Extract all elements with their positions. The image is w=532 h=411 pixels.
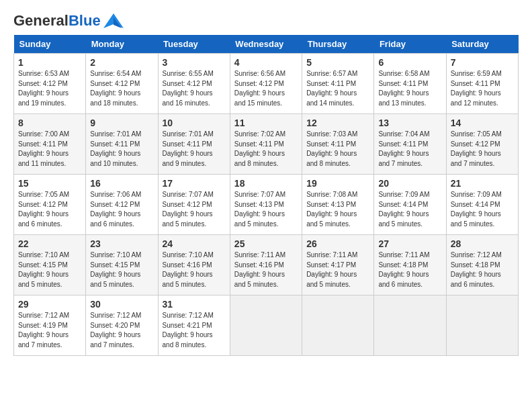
day-number: 12: [306, 118, 369, 128]
cell-daylight: Daylight: 9 hours and 5 minutes.: [163, 271, 213, 288]
cell-sunrise: Sunrise: 7:07 AM: [234, 191, 285, 198]
day-number: 19: [306, 178, 369, 189]
calendar-cell: 31 Sunrise: 7:12 AM Sunset: 4:21 PM Dayl…: [158, 295, 230, 356]
cell-daylight: Daylight: 9 hours and 10 minutes.: [90, 150, 140, 167]
day-number: 29: [18, 299, 81, 310]
day-number: 9: [90, 118, 153, 128]
day-number: 3: [163, 57, 226, 68]
cell-daylight: Daylight: 9 hours and 5 minutes.: [306, 210, 357, 228]
cell-sunset: Sunset: 4:11 PM: [90, 140, 140, 148]
logo: GeneralBlue: [13, 13, 124, 28]
calendar-cell: 21 Sunrise: 7:09 AM Sunset: 4:14 PM Dayl…: [446, 175, 518, 235]
page-header: GeneralBlue: [13, 13, 519, 28]
calendar-cell: 1 Sunrise: 6:53 AM Sunset: 4:12 PM Dayli…: [14, 54, 86, 114]
cell-sunrise: Sunrise: 7:11 AM: [234, 251, 285, 259]
cell-sunrise: Sunrise: 7:12 AM: [163, 312, 214, 319]
day-number: 28: [451, 238, 514, 249]
cell-sunset: Sunset: 4:21 PM: [163, 322, 212, 329]
cell-sunset: Sunset: 4:12 PM: [234, 80, 284, 87]
calendar-table: Sunday Monday Tuesday Wednesday Thursday…: [13, 35, 519, 356]
day-number: 15: [18, 178, 81, 189]
cell-sunrise: Sunrise: 7:04 AM: [378, 130, 429, 138]
cell-sunrise: Sunrise: 7:08 AM: [306, 191, 357, 198]
cell-sunrise: Sunrise: 7:12 AM: [451, 251, 502, 259]
cell-sunset: Sunset: 4:12 PM: [18, 201, 68, 208]
calendar-cell: 23 Sunrise: 7:10 AM Sunset: 4:15 PM Dayl…: [86, 235, 158, 295]
day-number: 31: [163, 299, 226, 310]
cell-sunset: Sunset: 4:17 PM: [306, 261, 356, 269]
cell-sunrise: Sunrise: 6:55 AM: [163, 70, 214, 77]
calendar-week-row: 8 Sunrise: 7:00 AM Sunset: 4:11 PM Dayli…: [14, 114, 519, 175]
calendar-cell: 24 Sunrise: 7:10 AM Sunset: 4:16 PM Dayl…: [158, 235, 230, 295]
cell-sunset: Sunset: 4:14 PM: [451, 201, 500, 208]
calendar-cell: 22 Sunrise: 7:10 AM Sunset: 4:15 PM Dayl…: [14, 235, 86, 295]
cell-sunset: Sunset: 4:12 PM: [451, 140, 500, 148]
cell-sunrise: Sunrise: 7:05 AM: [18, 191, 69, 198]
cell-sunset: Sunset: 4:12 PM: [90, 201, 140, 208]
cell-daylight: Daylight: 9 hours and 7 minutes.: [378, 150, 429, 167]
calendar-week-row: 22 Sunrise: 7:10 AM Sunset: 4:15 PM Dayl…: [14, 235, 519, 295]
cell-sunset: Sunset: 4:11 PM: [163, 140, 212, 148]
calendar-cell: 15 Sunrise: 7:05 AM Sunset: 4:12 PM Dayl…: [14, 175, 86, 235]
calendar-cell: 4 Sunrise: 6:56 AM Sunset: 4:12 PM Dayli…: [230, 54, 302, 114]
calendar-cell: 29 Sunrise: 7:12 AM Sunset: 4:19 PM Dayl…: [14, 295, 86, 356]
header-sunday: Sunday: [14, 35, 86, 54]
cell-daylight: Daylight: 9 hours and 19 minutes.: [18, 89, 69, 107]
day-number: 2: [90, 57, 153, 68]
cell-sunset: Sunset: 4:12 PM: [163, 201, 212, 208]
day-number: 16: [90, 178, 153, 189]
cell-daylight: Daylight: 9 hours and 5 minutes.: [306, 271, 357, 288]
cell-daylight: Daylight: 9 hours and 5 minutes.: [163, 210, 213, 228]
cell-sunrise: Sunrise: 6:53 AM: [18, 70, 69, 77]
calendar-cell: 5 Sunrise: 6:57 AM Sunset: 4:11 PM Dayli…: [302, 54, 374, 114]
cell-sunset: Sunset: 4:11 PM: [378, 140, 428, 148]
cell-sunrise: Sunrise: 7:07 AM: [163, 191, 214, 198]
day-number: 24: [163, 238, 226, 249]
cell-daylight: Daylight: 9 hours and 13 minutes.: [378, 89, 429, 107]
cell-daylight: Daylight: 9 hours and 6 minutes.: [451, 271, 501, 288]
cell-sunrise: Sunrise: 7:05 AM: [451, 130, 502, 138]
cell-sunset: Sunset: 4:11 PM: [378, 80, 428, 87]
cell-sunset: Sunset: 4:14 PM: [378, 201, 428, 208]
calendar-cell: 8 Sunrise: 7:00 AM Sunset: 4:11 PM Dayli…: [14, 114, 86, 175]
header-wednesday: Wednesday: [230, 35, 302, 54]
cell-sunrise: Sunrise: 6:58 AM: [378, 70, 429, 77]
cell-sunset: Sunset: 4:18 PM: [378, 261, 428, 269]
cell-sunrise: Sunrise: 6:54 AM: [90, 70, 141, 77]
calendar-cell: [230, 295, 302, 356]
cell-sunrise: Sunrise: 7:10 AM: [18, 251, 69, 259]
cell-sunset: Sunset: 4:11 PM: [234, 140, 284, 148]
cell-daylight: Daylight: 9 hours and 5 minutes.: [378, 210, 429, 228]
day-number: 5: [306, 57, 369, 68]
cell-daylight: Daylight: 9 hours and 8 minutes.: [163, 331, 213, 349]
calendar-header-row: Sunday Monday Tuesday Wednesday Thursday…: [14, 35, 519, 54]
cell-sunset: Sunset: 4:12 PM: [163, 80, 212, 87]
cell-sunrise: Sunrise: 7:06 AM: [90, 191, 141, 198]
header-tuesday: Tuesday: [158, 35, 230, 54]
logo-general: General: [13, 12, 69, 29]
day-number: 7: [451, 57, 514, 68]
calendar-cell: 25 Sunrise: 7:11 AM Sunset: 4:16 PM Dayl…: [230, 235, 302, 295]
cell-daylight: Daylight: 9 hours and 7 minutes.: [90, 331, 140, 349]
cell-sunset: Sunset: 4:16 PM: [163, 261, 212, 269]
calendar-week-row: 29 Sunrise: 7:12 AM Sunset: 4:19 PM Dayl…: [14, 295, 519, 356]
cell-daylight: Daylight: 9 hours and 18 minutes.: [90, 89, 140, 107]
cell-daylight: Daylight: 9 hours and 6 minutes.: [378, 271, 429, 288]
calendar-cell: 10 Sunrise: 7:01 AM Sunset: 4:11 PM Dayl…: [158, 114, 230, 175]
day-number: 13: [378, 118, 441, 128]
calendar-cell: 14 Sunrise: 7:05 AM Sunset: 4:12 PM Dayl…: [446, 114, 518, 175]
cell-sunset: Sunset: 4:12 PM: [90, 80, 140, 87]
cell-sunset: Sunset: 4:16 PM: [234, 261, 284, 269]
cell-sunset: Sunset: 4:12 PM: [18, 80, 68, 87]
cell-sunrise: Sunrise: 7:01 AM: [163, 130, 214, 138]
cell-sunrise: Sunrise: 7:00 AM: [18, 130, 69, 138]
calendar-cell: 30 Sunrise: 7:12 AM Sunset: 4:20 PM Dayl…: [86, 295, 158, 356]
cell-daylight: Daylight: 9 hours and 7 minutes.: [451, 150, 501, 167]
calendar-week-row: 1 Sunrise: 6:53 AM Sunset: 4:12 PM Dayli…: [14, 54, 519, 114]
day-number: 18: [234, 178, 298, 189]
cell-sunrise: Sunrise: 7:11 AM: [378, 251, 429, 259]
calendar-cell: 18 Sunrise: 7:07 AM Sunset: 4:13 PM Dayl…: [230, 175, 302, 235]
day-number: 11: [234, 118, 298, 128]
cell-sunset: Sunset: 4:11 PM: [18, 140, 68, 148]
cell-daylight: Daylight: 9 hours and 16 minutes.: [163, 89, 213, 107]
